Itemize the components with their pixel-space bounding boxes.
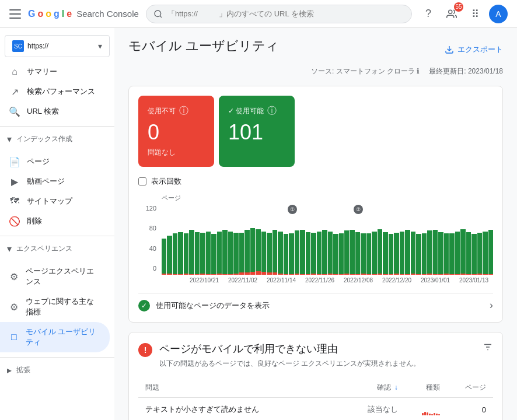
svg-point-1	[449, 10, 452, 13]
page-title: モバイル ユーザビリティ	[128, 37, 279, 55]
sidebar-item-pages[interactable]: 📄 ページ	[0, 152, 110, 172]
error-stat-sub: 問題なし	[148, 148, 205, 158]
bar-valid	[206, 232, 211, 274]
chart-bar-group	[189, 205, 194, 275]
bar-error	[394, 274, 399, 275]
bar-valid	[195, 232, 200, 274]
main-content: モバイル ユーザビリティ エクスポート ソース: スマートフォン クローラ ℹ …	[114, 28, 517, 420]
chart-checkbox[interactable]: 表示回数	[138, 176, 493, 187]
export-button[interactable]: エクスポート	[445, 44, 503, 55]
error-circle-icon: !	[138, 343, 152, 357]
filter-icon[interactable]	[483, 342, 493, 355]
sidebar-item-sitemap[interactable]: 🗺 サイトマップ	[0, 191, 110, 211]
bar-error	[427, 274, 432, 275]
search-input[interactable]	[167, 9, 404, 18]
bar-valid	[477, 233, 482, 274]
bar-valid	[400, 232, 404, 274]
sidebar-item-web-vitals[interactable]: ⚙ ウェブに関する主な指標	[0, 292, 110, 322]
property-selector[interactable]: SC https:// ▾	[5, 35, 110, 57]
valid-info-icon[interactable]: ⓘ	[267, 105, 277, 117]
property-icon: SC	[12, 40, 24, 52]
search-bar[interactable]	[146, 5, 412, 23]
bar-valid	[361, 233, 365, 273]
sidebar-item-summary[interactable]: ⌂ サマリー	[0, 62, 110, 82]
chevron-down-icon: ▾	[98, 41, 102, 51]
bar-valid	[344, 230, 349, 273]
table-row: テキストが小さすぎて読めません該当なし0	[138, 398, 493, 421]
bar-error	[400, 274, 404, 275]
experience-section-header[interactable]: ▾ エクスペリエンス	[0, 239, 114, 259]
chart-bar-group	[239, 205, 244, 275]
sidebar-item-mobile-usability[interactable]: □ モバイル ユーザビリティ	[0, 322, 110, 352]
chart-bar-group	[173, 205, 177, 275]
sidebar-item-removal[interactable]: 🚫 削除	[0, 211, 110, 231]
chart-bar-group	[306, 205, 310, 275]
error-card-header: ! ページがモバイルで利用できない理由 以下の問題があるページでは、良好なページ…	[138, 342, 493, 369]
apps-button[interactable]: ⠿	[466, 5, 484, 23]
sidebar-item-search-performance[interactable]: ↗ 検索パフォーマンス	[0, 82, 110, 102]
error-card-title-block: ページがモバイルで利用できない理由 以下の問題があるページでは、良好なページ エ…	[159, 342, 420, 369]
bar-valid	[284, 234, 288, 274]
bar-error	[438, 274, 443, 275]
chart-bar-group	[217, 205, 222, 275]
bar-error	[344, 274, 349, 275]
chart-bar-group	[200, 205, 205, 275]
chevron-icon: ▾	[7, 134, 12, 145]
hamburger-menu[interactable]	[9, 9, 21, 19]
chart-section: 表示回数 ページ 120 80 40 0	[138, 176, 493, 288]
help-button[interactable]: ?	[419, 5, 438, 23]
sidebar-item-page-experience[interactable]: ⚙ ページエクスペリエンス	[0, 261, 110, 292]
bar-valid	[438, 232, 443, 274]
bar-valid	[433, 230, 438, 274]
sidebar-item-url-inspection[interactable]: 🔍 URL 検索	[0, 102, 110, 121]
chart-bar-group	[178, 205, 183, 275]
index-section-header[interactable]: ▾ インデックス作成	[0, 129, 114, 149]
chevron-right-icon: ›	[490, 299, 493, 312]
chart-bar-group	[311, 205, 316, 275]
sort-icon[interactable]: ↓	[394, 383, 398, 391]
nav-experience: ⚙ ページエクスペリエンス ⚙ ウェブに関する主な指標 □ モバイル ユーザビリ…	[0, 259, 114, 355]
bar-valid	[244, 230, 249, 272]
last-updated-text: 最終更新日: 2023/01/18	[429, 66, 503, 76]
views-checkbox[interactable]	[138, 177, 146, 186]
bar-valid	[372, 232, 376, 274]
error-info-icon[interactable]: ⓘ	[179, 105, 188, 117]
bar-error	[355, 274, 360, 275]
chart-bar-group	[433, 205, 438, 275]
accounts-button[interactable]: 55	[442, 5, 461, 23]
bar-valid	[339, 233, 344, 274]
search-icon	[153, 9, 163, 19]
bar-valid	[162, 239, 166, 274]
avatar[interactable]: A	[489, 5, 508, 23]
bar-error	[471, 274, 476, 275]
bar-valid	[250, 228, 255, 272]
bar-error	[200, 274, 205, 275]
chart-bar-group	[460, 205, 465, 275]
bar-error	[167, 274, 172, 275]
bar-valid	[295, 230, 299, 273]
pages-icon: 📄	[9, 156, 20, 167]
chart-bar-group	[444, 205, 449, 275]
valid-stat-count: 101	[228, 122, 285, 143]
bar-valid	[350, 230, 354, 274]
bar-valid	[273, 230, 277, 272]
chart-bar-group	[411, 205, 415, 275]
extensions-section-header[interactable]: ▸ 拡張	[0, 360, 114, 380]
action-row[interactable]: ✓ 使用可能なページのデータを表示 ›	[138, 293, 493, 313]
bar-error	[328, 274, 333, 275]
bar-valid	[455, 232, 460, 274]
chart-bar-group	[366, 205, 371, 275]
bar-valid	[239, 233, 244, 272]
chart-bar-group	[222, 205, 227, 275]
chart-bar-group	[328, 205, 333, 275]
bar-valid	[394, 233, 399, 274]
col-type: 種類	[405, 378, 447, 398]
chart-bar-group	[228, 205, 233, 275]
bar-valid	[449, 233, 454, 274]
bar-valid	[444, 233, 449, 273]
bar-error	[350, 274, 354, 275]
chart-bar-group	[167, 205, 172, 275]
bar-error	[483, 274, 487, 275]
experience-icon: ⚙	[9, 271, 19, 282]
sidebar-item-video-pages[interactable]: ▶ 動画ページ	[0, 172, 110, 191]
